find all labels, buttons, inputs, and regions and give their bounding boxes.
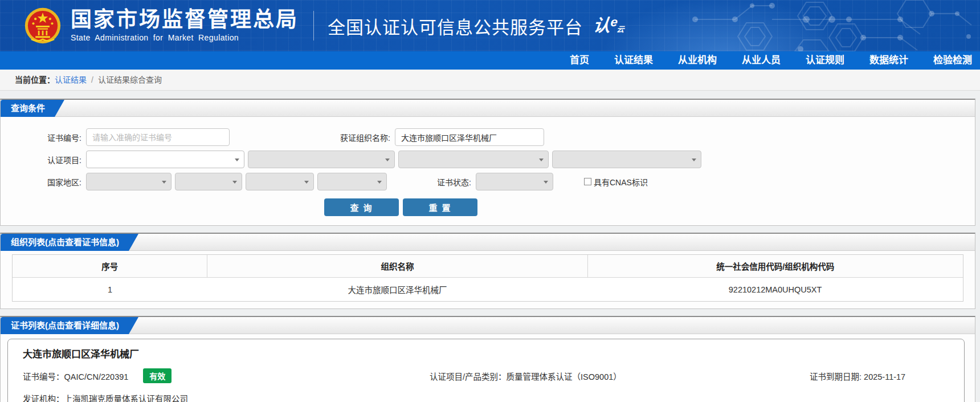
- org-name-input[interactable]: [395, 128, 544, 146]
- org-name-label: 获证组织名称:: [230, 132, 395, 143]
- cert-no-input[interactable]: [86, 128, 230, 146]
- cert-project-field-label: 认证项目/产品类别：: [430, 372, 507, 381]
- cert-list-panel-tab: 证书列表(点击查看详细信息): [1, 317, 138, 334]
- project-select-level4: [552, 151, 701, 168]
- certificate-card[interactable]: 大连市旅顺口区泽华机械厂 证书编号：QAIC/CN/220391有效 认证项目/…: [7, 339, 965, 402]
- nav-item-certification-rules[interactable]: 认证规则: [806, 51, 844, 70]
- org-title: 国家市场监督管理总局: [71, 9, 299, 31]
- cert-status-select: [476, 173, 553, 190]
- query-button-row: 查 询 重 置: [1, 198, 975, 216]
- org-table-header-code: 统一社会信用代码/组织机构代码: [587, 255, 963, 278]
- project-select-level1[interactable]: [86, 151, 244, 168]
- org-table-header-row: 序号 组织名称 统一社会信用代码/组织机构代码: [13, 255, 963, 278]
- logo-char-ren: 认: [592, 17, 611, 34]
- cert-project-value: 质量管理体系认证（ISO9001）: [507, 372, 622, 381]
- cnas-checkbox[interactable]: [584, 178, 591, 185]
- cert-project-line: 认证项目/产品类别：质量管理体系认证（ISO9001）: [430, 370, 810, 382]
- cert-no-field-label: 证书编号：: [23, 372, 64, 381]
- cnas-filter: 具有CNAS标识: [584, 176, 648, 188]
- chevron-down-icon: [692, 159, 696, 161]
- org-table: 序号 组织名称 统一社会信用代码/组织机构代码 1 大连市旅顺口区泽华机械厂 9…: [13, 255, 963, 301]
- org-row-code: 92210212MA0UHQU5XT: [587, 278, 963, 302]
- org-table-row[interactable]: 1 大连市旅顺口区泽华机械厂 92210212MA0UHQU5XT: [13, 278, 963, 302]
- org-row-index: 1: [13, 278, 207, 302]
- cert-no-label: 证书编号:: [1, 132, 86, 143]
- platform-title: 全国认证认可信息公共服务平台: [328, 13, 583, 39]
- nav-item-practitioners[interactable]: 从业人员: [742, 51, 781, 70]
- region-select-province: [175, 173, 242, 190]
- cert-no-line: 证书编号：QAIC/CN/220391有效: [23, 368, 430, 383]
- org-list-panel: 组织列表(点击查看证书信息) 序号 组织名称 统一社会信用代码/组织机构代码 1: [0, 233, 975, 309]
- cert-issuer-value: 上海凯瑞克质量体系认证有限公司: [64, 395, 189, 402]
- cert-expiry-value: 2025-11-17: [864, 372, 905, 381]
- org-subtitle: State Administration for Market Regulati…: [71, 33, 299, 42]
- nav-item-home[interactable]: 首页: [570, 51, 589, 70]
- region-label: 国家地区:: [1, 176, 86, 188]
- breadcrumb: 当前位置：认证结果/认证结果综合查询: [0, 70, 980, 91]
- nav-item-data-statistics[interactable]: 数据统计: [869, 51, 908, 70]
- chevron-down-icon: [232, 181, 237, 184]
- breadcrumb-current-page: 认证结果综合查询: [98, 75, 162, 84]
- nav-item-practicing-institutions[interactable]: 从业机构: [678, 51, 717, 70]
- chevron-down-icon: [385, 159, 390, 161]
- query-panel: 查询条件 证书编号: 获证组织名称: 认证项目: 国家地区:: [0, 99, 975, 226]
- renyiyun-logo: 认e云: [592, 17, 625, 34]
- chevron-down-icon: [235, 159, 239, 161]
- chevron-down-icon: [162, 181, 166, 184]
- project-select-level3: [398, 151, 549, 168]
- org-list-panel-tab: 组织列表(点击查看证书信息): [1, 234, 138, 251]
- org-table-header-name: 组织名称: [207, 255, 587, 278]
- cert-org-name: 大连市旅顺口区泽华机械厂: [23, 346, 949, 360]
- main-nav: 首页 认证结果 从业机构 从业人员 认证规则 数据统计 检验检测: [0, 51, 980, 70]
- org-list-panel-header: 组织列表(点击查看证书信息): [1, 234, 975, 251]
- logo-char-yun: 云: [616, 26, 624, 33]
- cert-issuer-field-label: 发证机构：: [23, 395, 64, 402]
- cert-expiry-line: 证书到期日期: 2025-11-17: [810, 370, 949, 382]
- cert-list-body: 大连市旅顺口区泽华机械厂 证书编号：QAIC/CN/220391有效 认证项目/…: [1, 334, 975, 402]
- cert-no-value: QAIC/CN/220391: [64, 372, 129, 381]
- chevron-down-icon: [539, 159, 544, 161]
- cert-status-badge: 有效: [143, 368, 172, 383]
- chevron-down-icon: [377, 181, 382, 184]
- form-row-project: 认证项目:: [1, 151, 975, 168]
- header-divider: [313, 11, 314, 40]
- query-panel-header: 查询条件: [1, 100, 975, 117]
- form-row-region: 国家地区: 证书状态: 具有CNAS标识: [1, 173, 975, 190]
- cert-status-label: 证书状态:: [390, 176, 476, 188]
- cert-list-panel-header: 证书列表(点击查看详细信息): [1, 317, 975, 334]
- region-select-country: [86, 173, 172, 190]
- form-row-certificate: 证书编号: 获证组织名称:: [1, 128, 975, 146]
- site-header: 国家市场监督管理总局 State Administration for Mark…: [0, 0, 980, 51]
- org-table-wrap: 序号 组织名称 统一社会信用代码/组织机构代码 1 大连市旅顺口区泽华机械厂 9…: [12, 254, 963, 302]
- query-panel-tab: 查询条件: [1, 100, 64, 117]
- cert-issuer-line: 发证机构：上海凯瑞克质量体系认证有限公司: [23, 392, 949, 402]
- page-main: 查询条件 证书编号: 获证组织名称: 认证项目: 国家地区:: [0, 91, 980, 402]
- national-emblem-logo: [24, 7, 62, 44]
- search-button[interactable]: 查 询: [324, 198, 399, 216]
- cert-info-row: 证书编号：QAIC/CN/220391有效 认证项目/产品类别：质量管理体系认证…: [23, 368, 949, 383]
- cert-project-label: 认证项目:: [1, 154, 86, 165]
- cnas-checkbox-label: 具有CNAS标识: [594, 176, 648, 188]
- reset-button[interactable]: 重 置: [403, 198, 477, 216]
- cert-list-panel: 证书列表(点击查看详细信息) 大连市旅顺口区泽华机械厂 证书编号：QAIC/CN…: [0, 316, 975, 402]
- nav-item-inspection-testing[interactable]: 检验检测: [933, 51, 972, 70]
- breadcrumb-label: 当前位置：: [15, 75, 55, 84]
- region-select-district: [317, 173, 387, 190]
- org-table-header-index: 序号: [13, 255, 207, 278]
- org-list-body: 序号 组织名称 统一社会信用代码/组织机构代码 1 大连市旅顺口区泽华机械厂 9…: [1, 254, 975, 302]
- chevron-down-icon: [544, 181, 548, 184]
- query-form: 证书编号: 获证组织名称: 认证项目: 国家地区: 证书状态:: [1, 117, 975, 225]
- region-select-city: [246, 173, 314, 190]
- project-select-level2: [248, 151, 395, 168]
- chevron-down-icon: [304, 181, 309, 184]
- cert-expiry-field-label: 证书到期日期:: [810, 372, 864, 381]
- breadcrumb-separator: /: [91, 75, 93, 84]
- breadcrumb-link-certification-results[interactable]: 认证结果: [55, 75, 87, 84]
- nav-item-certification-results[interactable]: 认证结果: [614, 51, 653, 70]
- org-row-name: 大连市旅顺口区泽华机械厂: [207, 278, 587, 302]
